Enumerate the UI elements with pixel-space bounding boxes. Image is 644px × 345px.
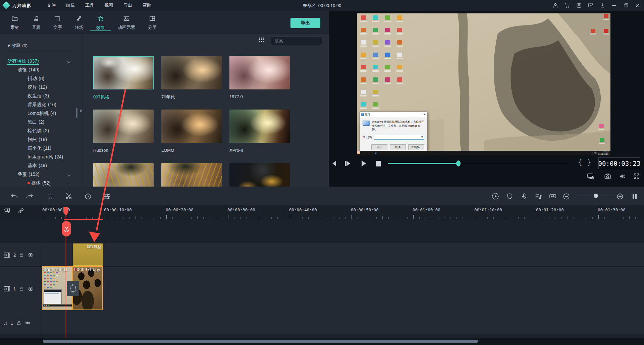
tab-分屏[interactable]: 分屏	[142, 13, 163, 31]
category-夜生活[interactable]: 夜生活(3)	[0, 91, 82, 100]
category-基本[interactable]: 基本(49)	[0, 161, 82, 170]
add-track-button[interactable]	[3, 207, 11, 215]
shield-button[interactable]	[506, 192, 514, 200]
effect-thumbnail[interactable]	[93, 56, 154, 89]
minimize-button[interactable]	[610, 2, 618, 9]
search-input[interactable]	[271, 38, 329, 43]
category-滤镜[interactable]: 滤镜(149)	[0, 65, 82, 74]
category-胶片[interactable]: 胶片(12)	[0, 83, 82, 91]
collapse-arrow-icon[interactable]	[79, 109, 82, 113]
record-voiceover-button[interactable]	[520, 192, 528, 200]
effect-thumbnail[interactable]	[161, 56, 222, 89]
export-button[interactable]: 导出	[290, 18, 320, 28]
tab-音频[interactable]: 音频	[25, 13, 47, 31]
stop-button[interactable]	[374, 159, 382, 167]
split-scissors-button[interactable]	[65, 192, 73, 200]
chevron-right-icon[interactable]	[67, 180, 71, 187]
close-button[interactable]	[634, 2, 641, 9]
seek-handle[interactable]	[456, 160, 461, 166]
clip-transform-handle[interactable]	[67, 281, 79, 296]
tab-文字[interactable]: 文字	[47, 13, 68, 31]
category-Lomo相机[interactable]: Lomo相机(4)	[0, 109, 82, 118]
run-browse-button[interactable]: 浏览(B)...	[408, 144, 424, 150]
effect-thumbnail[interactable]	[229, 110, 290, 143]
render-preview-button[interactable]	[491, 192, 499, 200]
desktop-icon	[373, 15, 378, 20]
fullscreen-icon[interactable]	[632, 172, 641, 181]
category-叠覆[interactable]: 叠覆(152)	[0, 170, 82, 179]
timeline-ruler[interactable]: 00:00:00:0000:00:10:0000:00:20:0000:00:3…	[0, 205, 644, 220]
unlock-icon[interactable]	[19, 252, 24, 258]
horizontal-scrollbar[interactable]	[43, 340, 478, 343]
effect-thumbnail[interactable]	[93, 110, 154, 143]
category-扁平化[interactable]: 扁平化(11)	[0, 144, 82, 152]
category-label: Instagram风	[28, 154, 53, 159]
next-frame-button[interactable]	[343, 159, 352, 167]
category-扭曲[interactable]: 扭曲(18)	[0, 135, 82, 144]
run-dialog-close-icon[interactable]: ✕	[423, 113, 426, 116]
audio-track-1[interactable]: ♫ 1	[0, 311, 644, 335]
category-黑白[interactable]: 黑白(2)	[0, 118, 82, 126]
timeline-zoom-slider[interactable]	[576, 196, 612, 196]
effect-thumbnail[interactable]	[161, 163, 222, 187]
mute-speaker-icon[interactable]	[618, 172, 627, 181]
undo-button[interactable]	[10, 192, 18, 200]
category-所有特效[interactable]: 所有特效(337)	[0, 57, 82, 65]
visibility-eye-icon[interactable]	[27, 286, 34, 291]
adjust-sliders-button[interactable]	[103, 192, 111, 200]
tab-效果[interactable]: 效果	[90, 13, 111, 31]
sidebar-scrollbar[interactable]	[76, 108, 77, 118]
previous-frame-button[interactable]	[330, 159, 338, 167]
category-count: (149)	[29, 67, 40, 72]
audio-sync-button[interactable]	[534, 192, 542, 200]
unlock-icon[interactable]	[19, 286, 24, 292]
visibility-eye-icon[interactable]	[27, 253, 34, 258]
effect-clip-007[interactable]: 007风格	[73, 244, 103, 266]
tab-动画元素[interactable]: 动画元素	[111, 13, 142, 31]
save-icon[interactable]	[575, 2, 583, 9]
play-button[interactable]	[360, 159, 368, 167]
category-Instagram风[interactable]: Instagram风(24)	[0, 152, 82, 161]
effect-thumbnail[interactable]	[161, 110, 222, 143]
run-cancel-button[interactable]: 取消	[390, 144, 406, 150]
mark-out-icon[interactable]: }	[587, 158, 591, 166]
mail-icon[interactable]	[587, 2, 594, 9]
run-open-combobox[interactable]	[374, 135, 424, 140]
zoom-in-button[interactable]	[616, 192, 624, 200]
delete-button[interactable]	[46, 192, 54, 200]
track-layout-button[interactable]	[631, 192, 639, 200]
download-icon[interactable]	[599, 2, 606, 9]
zoom-out-button[interactable]	[562, 192, 570, 200]
unlock-icon[interactable]	[16, 320, 21, 326]
redo-button[interactable]	[25, 192, 34, 200]
tab-转场[interactable]: 转场	[68, 13, 90, 31]
clock-duration-button[interactable]	[84, 192, 92, 200]
restore-button[interactable]	[622, 2, 630, 9]
fit-timeline-button[interactable]	[549, 192, 557, 200]
effect-thumbnail[interactable]	[229, 163, 290, 187]
link-clips-button[interactable]	[17, 207, 25, 215]
effect-thumbnail[interactable]	[93, 163, 154, 187]
run-app-icon	[363, 121, 370, 126]
mark-in-icon[interactable]: {	[578, 158, 582, 166]
seek-bar[interactable]	[388, 163, 569, 164]
scissors-playhead-badge[interactable]	[62, 221, 71, 236]
tab-素材[interactable]: 素材	[4, 13, 25, 31]
favorites-row[interactable]: ♥ 收藏 (0)	[7, 42, 28, 49]
account-icon[interactable]	[552, 2, 559, 9]
snapshot-camera-icon[interactable]	[603, 172, 612, 181]
run-ok-button[interactable]: 确定	[371, 144, 387, 150]
display-settings-icon[interactable]	[586, 172, 595, 181]
category-抖动[interactable]: 抖动(8)	[0, 74, 82, 83]
category-背景虚化[interactable]: 背景虚化(16)	[0, 100, 82, 109]
category-媒体[interactable]: 媒体(52)	[0, 179, 82, 187]
ruler-tick	[598, 215, 599, 219]
cart-icon[interactable]	[564, 2, 571, 9]
effect-card-XPro-II: XPro-II	[229, 110, 290, 153]
desktop-icon	[361, 15, 366, 20]
speaker-icon[interactable]	[24, 320, 31, 326]
view-grid-icon[interactable]	[259, 38, 260, 39]
effect-thumbnail[interactable]	[229, 56, 290, 89]
category-棕色调[interactable]: 棕色调(2)	[0, 126, 82, 135]
zoom-slider-handle[interactable]	[594, 194, 598, 198]
